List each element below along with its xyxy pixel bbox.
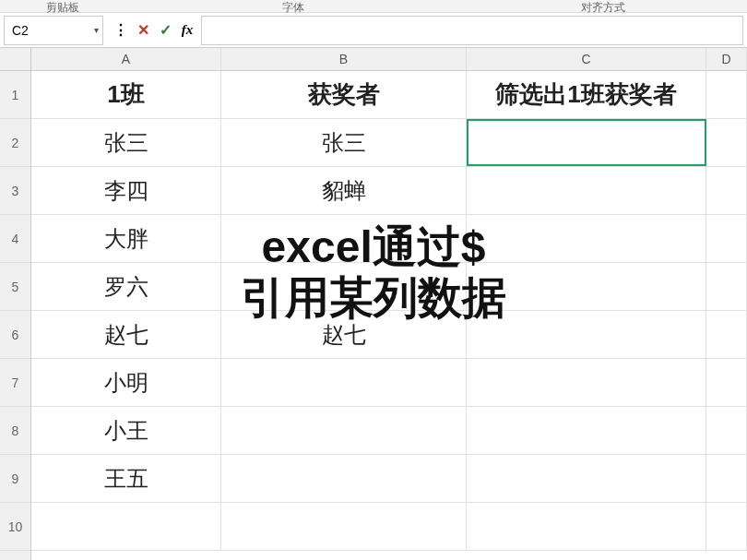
cell-b5[interactable] [221,263,467,310]
col-header[interactable]: B [221,48,467,70]
table-row: 张三 张三 [31,119,747,167]
cell-c10[interactable] [467,503,706,550]
table-row: 王五 [31,455,747,503]
select-all-corner[interactable] [0,48,30,71]
cell-c7[interactable] [467,359,706,406]
cell-c1[interactable]: 筛选出1班获奖者 [467,71,706,118]
cell-d5[interactable] [706,263,747,310]
grid-body: 1班 获奖者 筛选出1班获奖者 张三 张三 李四 貂蝉 大胖 [31,71,747,560]
table-row: 小王 [31,407,747,455]
grid-main: A B C D 1班 获奖者 筛选出1班获奖者 张三 张三 李四 貂蝉 [31,48,747,560]
cell-a9[interactable]: 王五 [31,455,221,502]
cell-b10[interactable] [221,503,467,550]
cell-c2[interactable] [467,119,706,166]
spreadsheet-area: 1 2 3 4 5 6 7 8 9 10 A B C D 1班 获奖者 筛选出1… [0,48,747,560]
dots-icon[interactable]: ⋮ [113,21,129,39]
cell-a10[interactable] [31,503,221,550]
column-headers: A B C D [31,48,747,71]
cell-c6[interactable] [467,311,706,358]
table-row: 1班 获奖者 筛选出1班获奖者 [31,71,747,119]
table-row: 小明 [31,359,747,407]
formula-bar: C2 ▾ ⋮ ✕ ✓ fx [0,13,747,48]
cell-a3[interactable]: 李四 [31,167,221,214]
cell-d2[interactable] [706,119,747,166]
cell-a7[interactable]: 小明 [31,359,221,406]
cell-c5[interactable] [467,263,706,310]
fx-icon[interactable]: fx [179,22,196,38]
cell-d6[interactable] [706,311,747,358]
table-row: 大胖 [31,215,747,263]
col-header[interactable]: C [467,48,706,70]
ribbon-group-labels: 剪贴板 字体 对齐方式 [0,0,747,13]
row-header[interactable]: 10 [0,503,30,551]
name-box-value: C2 [12,23,29,38]
row-header[interactable]: 2 [0,119,30,167]
row-header[interactable]: 5 [0,263,30,311]
formula-bar-icons: ⋮ ✕ ✓ fx [107,21,201,39]
row-header[interactable]: 1 [0,71,30,119]
cell-c4[interactable] [467,215,706,262]
cell-a1[interactable]: 1班 [31,71,221,118]
row-headers: 1 2 3 4 5 6 7 8 9 10 [0,48,31,560]
cell-a8[interactable]: 小王 [31,407,221,454]
row-header[interactable]: 8 [0,407,30,455]
cell-d8[interactable] [706,407,747,454]
row-header[interactable]: 6 [0,311,30,359]
formula-input[interactable] [201,16,743,45]
cell-a2[interactable]: 张三 [31,119,221,166]
col-header[interactable]: D [706,48,747,70]
cell-c3[interactable] [467,167,706,214]
chevron-down-icon[interactable]: ▾ [94,25,99,35]
table-row [31,503,747,551]
cell-a4[interactable]: 大胖 [31,215,221,262]
cell-b1[interactable]: 获奖者 [221,71,467,118]
col-header[interactable]: A [31,48,221,70]
ribbon-label-clipboard: 剪贴板 [28,0,98,12]
cell-d3[interactable] [706,167,747,214]
cell-d1[interactable] [706,71,747,118]
cell-d10[interactable] [706,503,747,550]
check-icon[interactable]: ✓ [157,21,173,39]
cell-d4[interactable] [706,215,747,262]
table-row: 李四 貂蝉 [31,167,747,215]
cell-c9[interactable] [467,455,706,502]
cell-b4[interactable] [221,215,467,262]
row-header[interactable]: 7 [0,359,30,407]
cell-b9[interactable] [221,455,467,502]
ribbon-label-alignment: 对齐方式 [563,0,644,12]
cell-b8[interactable] [221,407,467,454]
cancel-icon[interactable]: ✕ [135,21,151,39]
cell-a5[interactable]: 罗六 [31,263,221,310]
ribbon-label-font: 字体 [264,0,323,12]
name-box[interactable]: C2 ▾ [4,16,103,45]
cell-c8[interactable] [467,407,706,454]
cell-b7[interactable] [221,359,467,406]
row-header[interactable]: 9 [0,455,30,503]
table-row: 罗六 [31,263,747,311]
table-row: 赵七 赵七 [31,311,747,359]
cell-b3[interactable]: 貂蝉 [221,167,467,214]
cell-a6[interactable]: 赵七 [31,311,221,358]
cell-b2[interactable]: 张三 [221,119,467,166]
cell-d9[interactable] [706,455,747,502]
cell-d7[interactable] [706,359,747,406]
row-header[interactable]: 4 [0,215,30,263]
row-header[interactable]: 3 [0,167,30,215]
cell-b6[interactable]: 赵七 [221,311,467,358]
